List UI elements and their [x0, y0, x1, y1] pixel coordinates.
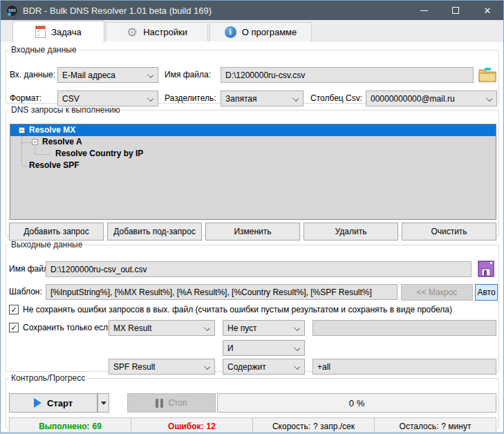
condition2-value-field[interactable]: +all [312, 359, 496, 375]
input-data-combobox[interactable]: E-Mail адреса [57, 67, 158, 83]
delimiter-label: Разделитель: [165, 93, 216, 103]
progress-bar: 0 % [217, 393, 496, 413]
minimize-icon [420, 10, 428, 11]
condition1-value-field[interactable] [312, 320, 496, 336]
browse-file-button[interactable] [477, 64, 498, 84]
skip-errors-label: Не сохранять ошибки запросов в вых. файл… [23, 305, 452, 314]
dns-queries-group: DNS запросы к выполнению − Resolve MX − … [6, 105, 499, 236]
window-controls: ✕ [408, 1, 503, 20]
format-combobox[interactable]: CSV [57, 91, 158, 106]
output-data-legend: Выходные данные [9, 240, 84, 249]
output-file-field[interactable]: D:\1200000ru-csv_out.csv [46, 261, 472, 277]
input-file-label: Имя файла: [165, 70, 211, 79]
collapse-icon[interactable]: − [32, 139, 38, 145]
clear-queries-button[interactable]: Очистить [402, 223, 496, 240]
chevron-down-icon [486, 95, 492, 102]
dropdown-arrow-icon [101, 402, 106, 405]
stat-completed: Выполнено:69 [10, 418, 131, 434]
tab-about-label: О программе [242, 27, 297, 37]
format-label: Формат: [10, 93, 41, 103]
delete-query-button[interactable]: Удалить [304, 223, 398, 240]
csv-column-label: Столбец Csv: [310, 93, 362, 103]
tab-task[interactable]: Задача [12, 21, 104, 42]
pause-icon [156, 399, 163, 408]
close-icon: ✕ [484, 6, 492, 15]
auto-button[interactable]: Авто [475, 284, 498, 301]
status-bar: Выполнено:69 Ошибок:12 Скорость:? запр./… [9, 417, 496, 434]
stat-speed: Скорость:? запр./сек [253, 418, 375, 434]
minimize-button[interactable] [408, 1, 440, 20]
tree-item-resolve-a[interactable]: − Resolve A [10, 136, 496, 148]
task-icon [35, 26, 46, 38]
csv-column-combobox[interactable]: 00000000000@mail.ru [366, 91, 497, 106]
input-data-group: Входные данные Вх. данные: E-Mail адреса… [6, 45, 499, 104]
edit-query-button[interactable]: Изменить [205, 223, 300, 240]
stat-remaining: Осталось:? минут [375, 418, 496, 434]
tab-about[interactable]: i О программе [209, 22, 312, 41]
dns-queries-legend: DNS запросы к выполнению [9, 105, 122, 115]
save-icon [478, 261, 494, 277]
save-only-if-label: Сохранить только если [23, 323, 113, 332]
save-file-button[interactable] [476, 258, 496, 279]
chevron-down-icon [294, 364, 300, 370]
chevron-down-icon [294, 325, 300, 331]
condition-join-combobox[interactable]: И [223, 340, 305, 356]
input-data-legend: Входные данные [9, 45, 79, 55]
collapse-icon[interactable]: − [19, 127, 25, 133]
gear-icon: ⚙ [127, 26, 138, 39]
progress-text: 0 % [349, 398, 364, 408]
template-field[interactable]: [%InputString%], [%MX Result%], [%A Resu… [46, 284, 398, 300]
tab-settings-label: Настройки [143, 27, 187, 37]
tab-settings[interactable]: ⚙ Настройки [106, 22, 208, 41]
stop-button[interactable]: Стоп [127, 393, 216, 413]
app-window: DNS BDR - Bulk DNS Resolver 1.01 beta (b… [0, 0, 504, 434]
input-data-label: Вх. данные: [10, 70, 55, 79]
maximize-icon [452, 7, 459, 14]
save-only-if-checkbox-row: ✓ Сохранить только если [9, 323, 113, 332]
control-progress-legend: Контроль/Прогресс [9, 373, 87, 383]
titlebar: DNS BDR - Bulk DNS Resolver 1.01 beta (b… [1, 1, 503, 20]
tree-item-resolve-mx[interactable]: − Resolve MX [10, 124, 496, 136]
skip-errors-checkbox[interactable]: ✓ [9, 305, 19, 314]
template-label: Шаблон: [9, 287, 42, 296]
output-data-group: Выходные данные Имя файла: D:\1200000ru-… [6, 240, 499, 372]
condition1-field-combobox[interactable]: MX Result [109, 320, 215, 336]
delimiter-combobox[interactable]: Запятая [221, 91, 304, 106]
tree-item-resolve-spf[interactable]: Resolve SPF [10, 160, 496, 171]
tab-task-label: Задача [51, 27, 82, 37]
start-options-button[interactable] [97, 393, 109, 413]
chevron-down-icon [147, 72, 153, 78]
dns-query-tree[interactable]: − Resolve MX − Resolve A Resolve Country… [10, 124, 496, 220]
control-progress-group: Контроль/Прогресс Старт Стоп 0 % Выполне… [6, 373, 499, 428]
window-title: BDR - Bulk DNS Resolver 1.01 beta (build… [23, 6, 212, 16]
input-file-field[interactable]: D:\1200000ru-csv.csv [221, 67, 474, 83]
stat-errors: Ошибок:12 [131, 418, 253, 434]
chevron-down-icon [204, 325, 210, 331]
maximize-button[interactable] [440, 1, 472, 20]
save-only-if-checkbox[interactable]: ✓ [9, 323, 19, 332]
condition2-operator-combobox[interactable]: Содержит [223, 359, 305, 375]
chevron-down-icon [292, 95, 299, 102]
play-icon [34, 398, 41, 408]
add-query-button[interactable]: Добавить запрос [9, 223, 104, 240]
macro-button[interactable]: << Макрос [401, 284, 473, 301]
info-icon: i [225, 26, 236, 38]
tree-item-resolve-country[interactable]: Resolve Country by IP [10, 148, 496, 160]
chevron-down-icon [147, 95, 153, 102]
add-subquery-button[interactable]: Добавить под-запрос [107, 223, 202, 240]
folder-icon [478, 67, 496, 82]
chevron-down-icon [294, 345, 300, 351]
start-button[interactable]: Старт [9, 393, 97, 413]
skip-errors-checkbox-row: ✓ Не сохранять ошибки запросов в вых. фа… [9, 305, 452, 314]
app-icon: DNS [6, 5, 18, 17]
condition2-field-combobox[interactable]: SPF Result [109, 359, 215, 375]
condition1-operator-combobox[interactable]: Не пуст [223, 320, 305, 336]
chevron-down-icon [204, 364, 210, 370]
close-button[interactable]: ✕ [472, 1, 503, 20]
tab-strip: Задача ⚙ Настройки i О программе [1, 20, 503, 41]
